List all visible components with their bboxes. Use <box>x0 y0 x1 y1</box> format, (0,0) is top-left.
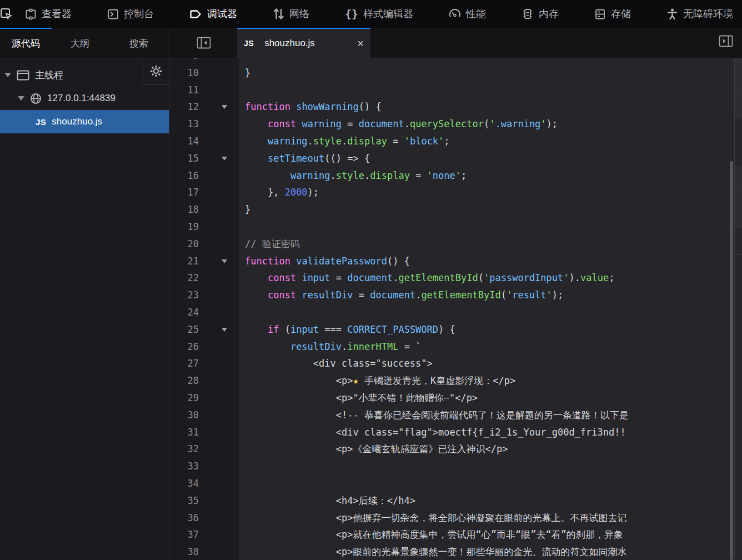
code-text[interactable]: } <box>245 64 742 82</box>
code-text[interactable] <box>245 458 742 475</box>
code-text[interactable] <box>245 475 742 492</box>
code-text[interactable] <box>245 82 742 99</box>
code-text[interactable]: <p>《金曦玄轨感应篇》已注入神识</p> <box>245 441 742 458</box>
close-tab-icon[interactable]: × <box>357 38 364 49</box>
fold-column <box>199 218 245 236</box>
code-text[interactable]: warning.style.display = 'block'; <box>245 133 742 150</box>
fold-caret-icon[interactable] <box>222 157 227 161</box>
fold-column <box>199 64 245 82</box>
collapse-sidebar-button[interactable] <box>190 28 217 58</box>
code-text[interactable]: setTimeout(() => { <box>245 150 742 167</box>
vertical-scrollbar[interactable] <box>730 161 733 560</box>
line-number[interactable]: 30 <box>169 407 199 424</box>
line-number[interactable]: 14 <box>169 133 199 150</box>
code-text[interactable]: <div class="flag">moectf{f_i2_1s_Your_g0… <box>245 424 742 441</box>
line-number[interactable]: 34 <box>169 475 199 492</box>
line-number[interactable]: 19 <box>169 218 199 236</box>
line-number[interactable]: 36 <box>169 509 199 527</box>
code-text[interactable]: // 验证密码 <box>245 236 742 253</box>
line-number[interactable]: 15 <box>169 150 199 167</box>
code-text[interactable]: if (input === CORRECT_PASSWORD) { <box>245 321 742 338</box>
line-number[interactable]: 9 <box>169 58 199 64</box>
line-number[interactable]: 20 <box>169 236 199 253</box>
line-number[interactable]: 26 <box>169 338 199 356</box>
expand-panel-icon <box>719 35 733 47</box>
code-text[interactable] <box>245 218 742 236</box>
fold-caret-icon[interactable] <box>222 259 227 263</box>
line-number[interactable]: 24 <box>169 304 199 321</box>
code-text[interactable]: const warning = document.querySelector('… <box>245 116 742 133</box>
fold-column <box>199 424 245 441</box>
fold-column <box>199 509 245 527</box>
code-text[interactable]: <div class="success"> <box>245 355 742 372</box>
file-tab-shouzhuo[interactable]: JS shouzhuo.js × <box>237 28 370 58</box>
code-text[interactable]: <p>就在他精神高度集中，尝试用“心”而非“眼”去“看”的刹那，异象 <box>245 526 742 543</box>
code-text[interactable]: const input = document.getElementById('p… <box>245 269 742 287</box>
line-number[interactable]: 11 <box>169 82 199 99</box>
code-text[interactable]: } <box>245 201 742 218</box>
pick-element-button[interactable] <box>0 0 12 28</box>
line-number[interactable]: 28 <box>169 372 199 389</box>
code-text[interactable]: function showWarning() { <box>245 98 742 116</box>
tab-inspector[interactable]: 查看器 <box>17 0 80 28</box>
debugger-icon <box>189 8 202 20</box>
fold-caret-icon[interactable] <box>222 105 227 109</box>
line-number[interactable]: 29 <box>169 389 199 407</box>
tab-accessibility[interactable]: 无障碍环境 <box>658 0 741 28</box>
tab-style-editor[interactable]: {} 样式编辑器 <box>337 0 422 28</box>
line-number[interactable]: 18 <box>169 201 199 218</box>
code-text[interactable]: function validatePassword() { <box>245 253 742 270</box>
code-text[interactable]: warning.style.display = 'none'; <box>245 167 742 184</box>
tab-storage[interactable]: 存储 <box>586 0 639 28</box>
tree-item-host[interactable]: 127.0.0.1:44839 <box>0 87 169 110</box>
code-text[interactable]: const resultDiv = document.getElementByI… <box>245 287 742 304</box>
line-number[interactable]: 33 <box>169 458 199 475</box>
fold-column <box>199 116 245 133</box>
line-number[interactable]: 12 <box>169 98 199 116</box>
code-text[interactable]: <p>眼前的光幕景象骤然一变！那些华丽的金光、流动的符文如同潮水 <box>245 543 742 560</box>
tab-performance[interactable]: 性能 <box>440 0 494 28</box>
code-text[interactable] <box>245 58 742 64</box>
tab-network[interactable]: 网络 <box>264 0 318 28</box>
line-number[interactable]: 25 <box>169 321 199 338</box>
fold-caret-icon[interactable] <box>222 328 227 332</box>
tab-memory[interactable]: 内存 <box>513 0 567 28</box>
code-text[interactable] <box>245 304 742 321</box>
expand-panel-button[interactable] <box>719 35 733 49</box>
tree-item-file-shouzhuo[interactable]: JS shouzhuo.js <box>0 110 169 133</box>
devtools-toolbar: 查看器 控制台 调试器 <box>0 0 742 28</box>
tab-console[interactable]: 控制台 <box>99 0 162 28</box>
line-number[interactable]: 17 <box>169 184 199 201</box>
code-line: 19 <box>169 218 742 236</box>
line-number[interactable]: 27 <box>169 355 199 372</box>
line-number[interactable]: 13 <box>169 116 199 133</box>
line-number[interactable]: 21 <box>169 253 199 270</box>
line-number[interactable]: 35 <box>169 492 199 509</box>
tab-outline[interactable]: 大纲 <box>52 28 109 58</box>
line-number[interactable]: 32 <box>169 441 199 458</box>
tab-debugger[interactable]: 调试器 <box>181 0 245 28</box>
code-text[interactable]: }, 2000); <box>245 184 742 201</box>
tab-search[interactable]: 搜索 <box>108 28 169 58</box>
sources-settings-button[interactable] <box>143 58 169 84</box>
code-editor[interactable]: 910}1112function showWarning() {13 const… <box>169 58 742 560</box>
code-text[interactable]: resultDiv.innerHTML = ` <box>245 338 742 356</box>
line-number[interactable]: 37 <box>169 526 199 543</box>
code-text[interactable]: <h4>后续：</h4> <box>245 492 742 509</box>
code-text[interactable]: <p>"小辈不错！此物赠你—"</p> <box>245 389 742 407</box>
tab-sources[interactable]: 源代码 <box>0 28 52 58</box>
js-file-icon: JS <box>244 39 254 48</box>
line-number[interactable]: 10 <box>169 64 199 82</box>
caret-down-icon[interactable] <box>18 96 24 101</box>
line-number[interactable]: 38 <box>169 543 199 560</box>
line-number[interactable]: 16 <box>169 167 199 184</box>
line-number[interactable]: 31 <box>169 424 199 441</box>
fold-column <box>199 304 245 321</box>
code-text[interactable]: <!-- 恭喜你已经会阅读前端代码了！这是解题的另一条道路！以下是 <box>245 407 742 424</box>
caret-down-icon[interactable] <box>4 73 11 77</box>
line-number[interactable]: 22 <box>169 269 199 287</box>
line-number[interactable]: 23 <box>169 287 199 304</box>
fold-column <box>199 407 245 424</box>
code-text[interactable]: <p>★ 手镯迸发青光，K皇虚影浮现：</p> <box>245 372 742 389</box>
code-text[interactable]: <p>他摒弃一切杂念，将全部心神凝聚在眼前的光幕上。不再试图去记 <box>245 509 742 527</box>
